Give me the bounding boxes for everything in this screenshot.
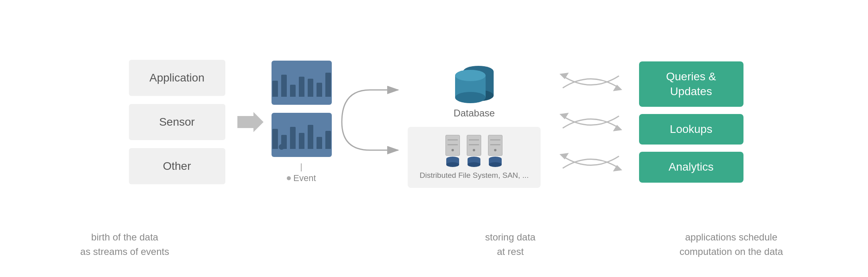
bar2-3	[290, 127, 296, 149]
lookups-button[interactable]: Lookups	[639, 114, 743, 145]
cycle-arrow-top	[555, 68, 627, 96]
source-sensor-label: Sensor	[159, 116, 195, 128]
bar2-7	[325, 131, 331, 149]
db-small-1	[445, 156, 460, 167]
bottom-col-sources: birth of the data as streams of events	[33, 226, 217, 259]
dfs-icons	[445, 135, 503, 167]
event-dot-icon	[287, 176, 291, 180]
server-tower-3	[488, 135, 502, 156]
diagram: Application Sensor Other	[12, 10, 856, 267]
analytics-label: Analytics	[668, 161, 713, 173]
server-line-6	[490, 144, 500, 145]
svg-point-8	[455, 92, 486, 103]
server-line-1	[447, 139, 458, 141]
dfs-server3	[488, 135, 503, 167]
stream-block-top	[272, 61, 332, 105]
server-line-2	[447, 144, 458, 145]
svg-point-18	[489, 162, 502, 167]
bar2-1	[272, 129, 278, 149]
svg-marker-0	[237, 112, 263, 132]
event-text: Event	[293, 173, 316, 183]
right-arrow-icon	[233, 110, 266, 134]
bar2-5	[308, 125, 313, 149]
event-line	[301, 163, 302, 171]
database-group: Database	[450, 60, 498, 119]
event-section: Event	[287, 163, 316, 183]
server-dot-1	[451, 149, 454, 151]
bar6	[317, 83, 322, 97]
bar4	[299, 77, 304, 97]
cycle-arrow-middle	[555, 108, 627, 136]
server-tower-2	[467, 135, 481, 156]
dfs-label: Distributed File System, SAN, ...	[420, 171, 529, 180]
queries-updates-label: Queries &Updates	[666, 70, 716, 97]
main-arrow	[233, 110, 266, 134]
bottom-label-sources: birth of the data as streams of events	[80, 230, 169, 259]
dfs-server2	[466, 135, 482, 167]
bar2	[281, 75, 287, 97]
source-application: Application	[129, 60, 225, 96]
sources-section: Application Sensor Other	[121, 60, 233, 184]
server-dot-2	[473, 149, 475, 151]
bottom-col-storage: storing data at rest	[394, 226, 627, 259]
bar2-4	[299, 133, 304, 149]
bottom-row: birth of the data as streams of events s…	[12, 226, 856, 267]
source-application-label: Application	[149, 71, 204, 84]
actions-section: Queries &Updates Lookups Analytics	[635, 61, 748, 183]
source-other-label: Other	[163, 160, 191, 173]
server-line-5	[490, 139, 500, 141]
bottom-label-actions: applications schedule computation on the…	[680, 230, 783, 259]
bottom-col-actions: applications schedule computation on the…	[627, 226, 836, 259]
db-small-2	[466, 156, 482, 167]
stream-bars-top	[268, 69, 335, 97]
server-tower-1	[445, 135, 460, 156]
svg-point-9	[455, 70, 486, 81]
cycle-arrow-bottom	[555, 148, 627, 176]
lookups-label: Lookups	[670, 123, 713, 135]
cycle-section	[547, 68, 635, 176]
bottom-col-stream	[217, 226, 394, 259]
analytics-button[interactable]: Analytics	[639, 152, 743, 182]
svg-point-12	[446, 162, 459, 167]
bar2-2	[281, 135, 287, 149]
dfs-server1	[445, 135, 460, 167]
bar2-6	[317, 137, 322, 149]
fork-arrows-icon	[338, 66, 402, 178]
svg-point-15	[468, 162, 480, 167]
stream-block-bottom	[272, 113, 332, 157]
database-label: Database	[453, 108, 495, 119]
bar5	[308, 79, 313, 97]
bottom-label-storage: storing data at rest	[485, 230, 535, 259]
stream-bars-bottom	[268, 121, 335, 149]
bar7	[325, 73, 331, 97]
database-icon	[450, 60, 498, 104]
storage-section: Database	[402, 56, 547, 188]
stream-section: Event	[266, 61, 338, 183]
fork-arrows	[338, 66, 402, 178]
main-row: Application Sensor Other	[12, 10, 856, 226]
server-line-3	[469, 139, 479, 141]
source-sensor: Sensor	[129, 104, 225, 140]
queries-updates-button[interactable]: Queries &Updates	[639, 61, 743, 107]
bar1	[272, 81, 278, 97]
dfs-box: Distributed File System, SAN, ...	[408, 127, 541, 188]
server-line-4	[469, 144, 479, 145]
bar3	[290, 85, 296, 97]
server-dot-3	[494, 149, 496, 151]
db-small-3	[488, 156, 503, 167]
source-other: Other	[129, 148, 225, 184]
event-label: Event	[287, 173, 316, 183]
